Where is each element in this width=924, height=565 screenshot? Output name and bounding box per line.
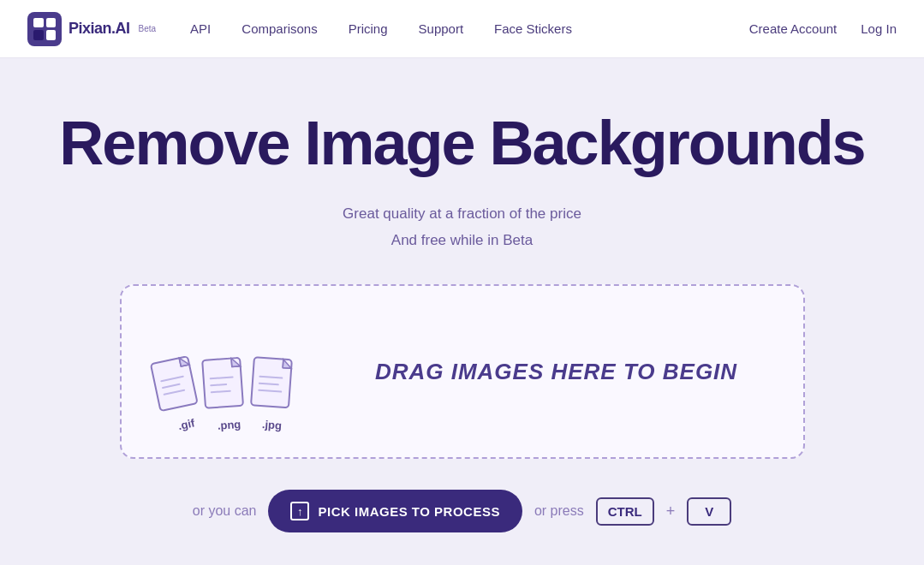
subtitle-line-2: And free while in Beta <box>343 228 581 254</box>
cta-prefix: or you can <box>193 503 257 519</box>
pick-images-button[interactable]: ↑ PICK IMAGES TO PROCESS <box>268 490 522 532</box>
gif-file-icon <box>148 354 207 420</box>
file-card-png: .png <box>200 356 253 434</box>
beta-badge: Beta <box>139 24 157 33</box>
hero-title: Remove Image Backgrounds <box>59 110 864 177</box>
logo-link[interactable]: Pixian.AIBeta <box>27 12 156 46</box>
logo-cell-1 <box>33 18 44 28</box>
cta-middle-text: or press <box>534 503 584 519</box>
main-content: Remove Image Backgrounds Great quality a… <box>0 58 924 565</box>
jpg-label: .jpg <box>261 418 282 432</box>
nav-link-pricing[interactable]: Pricing <box>349 21 388 36</box>
nav-link-comparisons[interactable]: Comparisons <box>241 21 317 36</box>
logo-cell-4 <box>46 30 57 40</box>
nav-link-support[interactable]: Support <box>419 21 464 36</box>
nav-link-face-stickers[interactable]: Face Stickers <box>494 21 572 36</box>
jpg-file-icon <box>248 356 301 418</box>
file-card-jpg: .jpg <box>247 356 301 434</box>
nav-actions: Create Account Log In <box>749 21 897 36</box>
dropzone-file-icons: .gif .png <box>156 312 310 431</box>
drag-drop-text: DRAG IMAGES HERE TO BEGIN <box>344 359 769 385</box>
logo-cell-2 <box>46 18 57 28</box>
logo-cell-3 <box>33 30 44 40</box>
navbar: Pixian.AIBeta API Comparisons Pricing Su… <box>0 0 924 58</box>
upload-icon: ↑ <box>290 502 309 520</box>
create-account-link[interactable]: Create Account <box>749 21 838 36</box>
subtitle-line-1: Great quality at a fraction of the price <box>343 201 581 228</box>
brand-name: Pixian.AI <box>69 20 130 38</box>
v-key: V <box>687 497 731 526</box>
bottom-cta: or you can ↑ PICK IMAGES TO PROCESS or p… <box>193 490 731 532</box>
plus-sign: + <box>666 503 676 520</box>
pick-button-label: PICK IMAGES TO PROCESS <box>318 504 499 519</box>
hero-subtitle: Great quality at a fraction of the price… <box>343 201 581 253</box>
gif-label: .gif <box>176 417 195 433</box>
nav-link-api[interactable]: API <box>190 21 211 36</box>
nav-links: API Comparisons Pricing Support Face Sti… <box>190 21 749 36</box>
ctrl-key: CTRL <box>596 497 654 526</box>
log-in-link[interactable]: Log In <box>861 21 897 36</box>
png-label: .png <box>217 418 241 432</box>
dropzone[interactable]: .gif .png <box>120 284 805 459</box>
png-file-icon <box>200 356 253 418</box>
logo-icon <box>27 12 62 46</box>
